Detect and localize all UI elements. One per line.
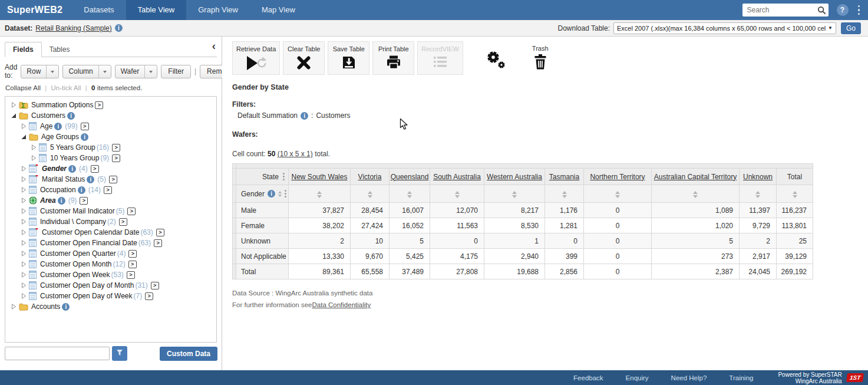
- overflow-menu-icon[interactable]: [854, 0, 868, 20]
- field-action-icon[interactable]: >: [145, 292, 153, 300]
- tree-node-label[interactable]: Customer Open Financial Date: [40, 239, 137, 247]
- collapse-sidebar-icon[interactable]: ‹: [212, 40, 216, 51]
- sort-toggle-icon[interactable]: [562, 189, 567, 200]
- tree-node-label[interactable]: 10 Years Group: [50, 154, 99, 162]
- info-icon[interactable]: i: [87, 176, 94, 183]
- data-confidentiality-link[interactable]: Data Confidentiality: [312, 301, 371, 308]
- sort-toggle-icon[interactable]: [317, 189, 322, 200]
- sort-toggle-icon[interactable]: [755, 189, 760, 200]
- sort-toggle-icon[interactable]: [615, 189, 620, 200]
- summation-info-icon[interactable]: i: [301, 112, 308, 120]
- cell-count-link[interactable]: (10 x 5 x 1): [278, 150, 313, 158]
- field-action-icon[interactable]: >: [104, 186, 112, 194]
- expand-node-icon[interactable]: [20, 261, 27, 267]
- tree-node-label[interactable]: Accounts: [31, 302, 60, 311]
- field-action-icon[interactable]: >: [109, 176, 117, 183]
- column-header-queensland[interactable]: Queensland: [390, 169, 430, 185]
- search-input[interactable]: [742, 6, 816, 14]
- expand-node-icon[interactable]: [20, 282, 27, 288]
- row-dropdown-caret[interactable]: [46, 65, 58, 78]
- gender-info-icon[interactable]: i: [268, 190, 275, 198]
- expand-node-icon[interactable]: [20, 251, 27, 256]
- expand-node-icon[interactable]: [30, 144, 37, 150]
- expand-node-icon[interactable]: [20, 229, 27, 235]
- retrieve-data-button[interactable]: Retrieve Data: [232, 41, 280, 75]
- field-action-icon[interactable]: >: [151, 282, 159, 289]
- info-icon[interactable]: i: [78, 186, 85, 194]
- field-action-icon[interactable]: >: [127, 208, 136, 215]
- expand-node-icon[interactable]: [10, 102, 17, 108]
- nav-tab-table-view[interactable]: Table View: [126, 0, 187, 20]
- tree-node-label[interactable]: Occupation: [40, 186, 76, 194]
- sort-toggle-icon[interactable]: [278, 189, 282, 199]
- column-header-victoria[interactable]: Victoria: [351, 169, 390, 185]
- print-table-button[interactable]: Print Table: [372, 41, 414, 75]
- tree-node-label[interactable]: Area: [40, 196, 56, 205]
- info-icon[interactable]: i: [67, 112, 75, 120]
- field-action-icon[interactable]: >: [119, 218, 127, 226]
- collapse-node-icon[interactable]: [10, 113, 17, 119]
- tree-node-label[interactable]: Individual \ Company: [40, 218, 106, 226]
- search-icon[interactable]: [816, 6, 829, 15]
- tree-node-label[interactable]: Customers: [31, 111, 65, 120]
- recordview-button[interactable]: RecordVIEW: [417, 41, 463, 75]
- tree-node-label[interactable]: Gender: [42, 164, 67, 173]
- tree-node-label[interactable]: 5 Years Group: [50, 143, 95, 152]
- filter-button[interactable]: Filter: [161, 65, 191, 78]
- column-header-new-south-wales[interactable]: New South Wales: [289, 169, 351, 185]
- field-action-icon[interactable]: >: [81, 123, 89, 130]
- field-action-icon[interactable]: >: [91, 165, 99, 173]
- info-icon[interactable]: i: [54, 123, 62, 130]
- expand-node-icon[interactable]: [20, 240, 27, 246]
- field-action-icon[interactable]: >: [95, 101, 103, 109]
- expand-node-icon[interactable]: [20, 219, 27, 225]
- expand-node-icon[interactable]: [20, 198, 27, 203]
- expand-node-icon[interactable]: [20, 208, 27, 214]
- tab-tables[interactable]: Tables: [42, 42, 78, 57]
- nav-tab-graph-view[interactable]: Graph View: [186, 0, 250, 20]
- field-action-icon[interactable]: >: [128, 261, 137, 268]
- expand-node-icon[interactable]: [20, 176, 27, 182]
- tree-node-label[interactable]: Customer Open Calendar Date: [42, 228, 139, 236]
- field-action-icon[interactable]: >: [154, 239, 162, 247]
- column-header-unknown[interactable]: Unknown: [740, 169, 777, 185]
- info-icon[interactable]: i: [68, 165, 76, 173]
- tree-node-label[interactable]: Customer Mail Indicator: [40, 207, 115, 215]
- tree-node-label[interactable]: Customer Open Month: [40, 260, 111, 268]
- dataset-info-icon[interactable]: i: [115, 24, 123, 32]
- sort-toggle-icon[interactable]: [512, 189, 517, 200]
- nav-tab-datasets[interactable]: Datasets: [72, 0, 126, 20]
- field-action-icon[interactable]: >: [128, 250, 137, 258]
- field-action-icon[interactable]: >: [127, 271, 135, 279]
- sort-toggle-icon[interactable]: [793, 189, 797, 200]
- dataset-link[interactable]: Retail Banking (Sample): [35, 24, 111, 32]
- tree-node-label[interactable]: Age: [40, 122, 52, 130]
- footer-link-need-help[interactable]: Need Help?: [671, 374, 707, 381]
- sort-toggle-icon[interactable]: [693, 189, 698, 200]
- footer-link-enquiry[interactable]: Enquiry: [626, 374, 649, 381]
- tree-node-label[interactable]: Customer Open Day of Week: [40, 292, 133, 300]
- column-header-northern-territory[interactable]: Northern Territory: [584, 169, 652, 185]
- sort-toggle-icon[interactable]: [455, 189, 460, 200]
- field-filter-button[interactable]: [112, 346, 127, 361]
- collapse-node-icon[interactable]: [20, 134, 27, 140]
- go-button[interactable]: Go: [841, 22, 861, 34]
- tree-node-label[interactable]: Summation Options: [31, 101, 93, 109]
- nav-tab-map-view[interactable]: Map View: [250, 0, 307, 20]
- cell-menu-icon[interactable]: [285, 190, 286, 198]
- column-header-south-australia[interactable]: South Australia: [430, 169, 484, 185]
- info-icon[interactable]: i: [58, 197, 65, 205]
- footer-link-training[interactable]: Training: [729, 374, 753, 381]
- column-dropdown-caret[interactable]: [98, 65, 111, 78]
- expand-node-icon[interactable]: [10, 304, 17, 310]
- expand-node-icon[interactable]: [20, 272, 27, 278]
- table-options-gear-icon[interactable]: [485, 50, 506, 71]
- field-action-icon[interactable]: >: [156, 229, 164, 236]
- custom-data-button[interactable]: Custom Data: [160, 347, 217, 361]
- collapse-all-link[interactable]: Collapse All: [5, 84, 41, 91]
- field-action-icon[interactable]: >: [80, 197, 88, 205]
- field-action-icon[interactable]: >: [112, 154, 120, 162]
- expand-node-icon[interactable]: [20, 293, 27, 299]
- info-icon[interactable]: i: [62, 303, 70, 311]
- field-action-icon[interactable]: >: [112, 144, 120, 152]
